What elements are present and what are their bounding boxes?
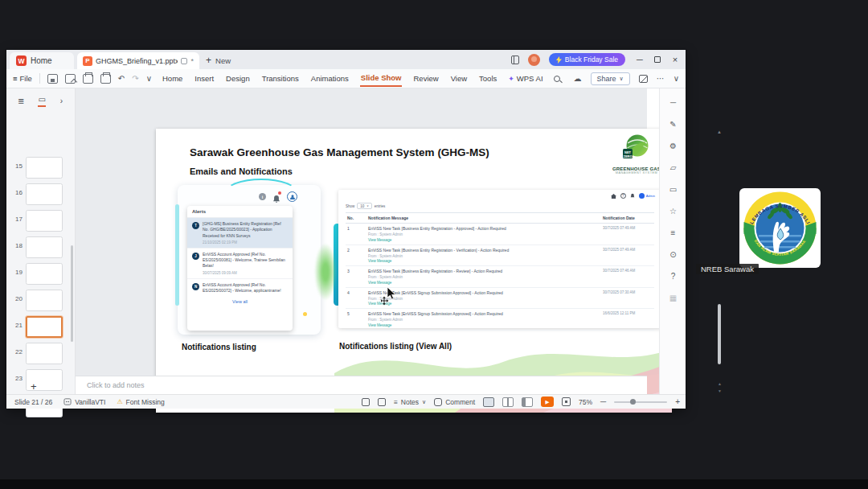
slide-subtitle: Emails and Notifications [190,166,293,176]
expand-panel-icon[interactable]: › [60,97,63,105]
slide-thumb-16[interactable]: 16 [6,182,76,208]
alert-item[interactable]: T [GHG-MS] Business Entity Registration … [187,218,293,248]
thumbnail-scrollbar[interactable] [71,245,73,342]
view-message-link[interactable]: View Message [368,238,600,242]
outline-view-icon[interactable]: ≣ [18,97,23,105]
plugin-badge[interactable]: VanillaVTI [63,398,105,406]
menu-review[interactable]: Review [412,71,439,86]
help-icon[interactable]: ? [671,272,676,281]
canvas-scrollbar[interactable] [718,304,721,364]
undo-icon[interactable]: ↶ [118,74,125,83]
settings-gear-icon[interactable]: ⚙ [669,142,677,150]
slide-thumb-17[interactable]: 17 [6,208,76,235]
view-message-link[interactable]: View Message [368,323,600,327]
alert-item[interactable]: N EnViSS Account Approved [Ref No. ES/20… [187,278,293,298]
zoom-value[interactable]: 75% [579,398,592,406]
history-clock-icon[interactable]: ⊙ [669,250,676,259]
view-message-link[interactable]: View Message [368,281,600,285]
menu-view[interactable]: View [450,71,468,86]
notes-label: Notes [401,398,419,406]
notes-pane[interactable]: Click to add notes [76,376,647,394]
slide-thumb-20[interactable]: 20 [6,288,76,314]
normal-view-icon[interactable] [483,397,494,407]
next-slide-icon[interactable]: ▼ [716,388,723,395]
search-icon[interactable] [554,76,560,82]
scroll-up-icon[interactable]: ▲ [717,129,722,134]
maximize-button[interactable] [654,56,661,63]
slide-thumb-23[interactable]: 23 [6,368,76,394]
caption-notifications-listing-view-all: Notifications listing (View All) [339,342,452,351]
side-panel-icon[interactable] [511,55,519,64]
tab-home[interactable]: W Home [10,52,74,69]
new-tab-button[interactable]: + New [206,53,231,68]
view-message-link[interactable]: View Message [368,302,600,306]
collapse-ribbon-icon[interactable]: ∨ [674,74,679,83]
favorites-star-icon[interactable]: ☆ [669,207,677,216]
more-icon[interactable]: ⋯ [657,74,665,83]
print-preview-icon[interactable] [100,74,111,84]
apps-grid-icon[interactable]: ▦ [669,294,677,302]
menu-design[interactable]: Design [225,71,251,86]
slideshow-play-button[interactable]: ▶ [541,397,554,407]
menu-transitions[interactable]: Transitions [261,71,300,86]
notes-toggle-icon[interactable] [362,398,370,406]
prev-slide-icon[interactable]: ▲ [716,380,723,388]
zoom-slider[interactable] [614,401,667,403]
save-icon[interactable] [47,74,58,84]
promo-button[interactable]: Black Friday Sale [549,53,625,66]
toolbar-chevron-icon[interactable]: ∨ [146,74,152,83]
row-number: 5 [346,309,366,331]
reading-view-icon[interactable] [522,397,533,407]
menu-animations[interactable]: Animations [310,71,350,86]
zoom-in-button[interactable]: + [675,397,680,406]
slide-thumb-21-selected[interactable]: 21 [6,314,76,341]
redo-icon[interactable]: ↷ [132,74,138,83]
alert-item[interactable]: J EnViSS Account Approved [Ref No. ES/20… [187,248,293,278]
zoom-slider-knob[interactable] [630,399,636,405]
view-message-link[interactable]: View Message [368,259,600,263]
slide-thumb-19[interactable]: 19 [6,261,76,288]
slide-thumb-18[interactable]: 18 [6,235,76,261]
fit-slide-icon[interactable] [562,397,571,406]
comment-bubble-icon[interactable]: ▭ [669,185,677,194]
tab-document[interactable]: P GHGMS_Briefing_v1.pptx * [77,52,199,69]
zoom-out-button[interactable]: ─ [600,397,606,406]
play-icon: ▶ [546,399,550,405]
add-slide-button[interactable]: + [31,380,37,392]
slide-nav-buttons[interactable]: ▲ ▼ [716,380,723,395]
shapes-icon[interactable]: ▱ [670,163,677,172]
slide-view-icon[interactable]: ▭ [38,95,45,107]
participant-video-tile[interactable]: LEMBAGA SUMBER ASLI DAN ALAM SEKITAR SAR… [693,182,865,280]
slide-thumb-22[interactable]: 22 [6,341,76,368]
table-row: 2 EnViSS New Task [Business Entity Regis… [346,244,654,266]
share-button[interactable]: Share ∨ [591,72,630,85]
menu-insert[interactable]: Insert [194,71,215,86]
export-icon[interactable] [65,74,76,84]
present-from-icon[interactable] [378,398,386,406]
slide-sorter-view-icon[interactable] [502,397,514,407]
menu-home[interactable]: Home [162,71,183,86]
task-pane-icon[interactable] [639,75,648,83]
wps-ai-button[interactable]: ✦ WPS AI [508,74,542,83]
slide-page[interactable]: Sarawak Greenhouse Gas Management System… [156,129,672,413]
edit-tools-icon[interactable]: ✎ [669,120,676,129]
view-all-link[interactable]: View all [187,297,293,304]
close-button[interactable]: × [669,55,681,64]
print-icon[interactable] [83,74,93,84]
minimize-button[interactable]: ─ [634,55,645,64]
account-avatar[interactable] [528,54,540,66]
mini-user: Admin [639,193,655,199]
slide-thumb-15[interactable]: 15 [6,155,76,182]
row-message: EnViSS New Task [Business Entity Registr… [368,226,600,232]
page-size-select[interactable]: 10 ∨ [357,203,372,209]
statusbar-left: Slide 21 / 26 VanillaVTI ⚠ Font Missing [14,395,165,409]
menu-tools[interactable]: Tools [478,71,497,86]
notes-button[interactable]: ≡ Notes ∨ [394,398,426,406]
collapse-rail-icon[interactable]: ─ [670,98,676,107]
adjust-sliders-icon[interactable]: ≡ [671,228,676,237]
file-menu[interactable]: ≡ File [13,74,32,83]
cloud-sync-icon[interactable]: ☁ [574,74,582,83]
menu-slide-show[interactable]: Slide Show [360,70,403,87]
font-missing-warning[interactable]: ⚠ Font Missing [117,398,164,406]
comment-button[interactable]: Comment [434,398,475,406]
